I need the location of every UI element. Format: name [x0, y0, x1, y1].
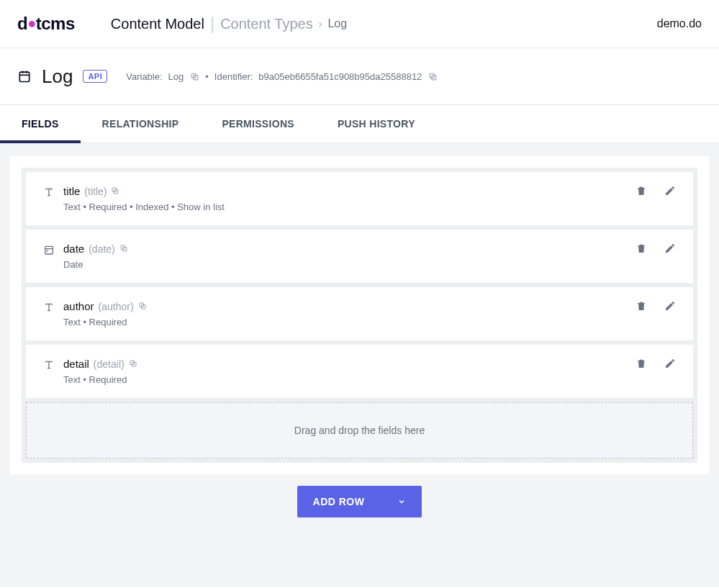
edit-field-icon[interactable] [664, 243, 677, 255]
copy-field-var-icon[interactable] [129, 359, 138, 368]
field-row[interactable]: date (date) Date [26, 230, 693, 283]
copy-identifier-icon[interactable] [428, 71, 438, 81]
content-type-icon [17, 69, 32, 83]
field-meta: Text • Required • Indexed • Show in list [63, 202, 636, 212]
text-field-icon [42, 186, 56, 198]
field-variable: (title) [84, 186, 107, 197]
sub-header: Log API Variable: Log • Identifier: b9a0… [0, 48, 719, 104]
identifier-value: b9a05eb6655fa51c908b95da25588812 [258, 71, 422, 82]
delete-field-icon[interactable] [636, 358, 648, 371]
logo-pre: d [17, 14, 27, 33]
logo[interactable]: d●tcms [17, 14, 75, 34]
fields-panel: title (title) Text • Required • Indexed … [10, 156, 709, 474]
breadcrumb-primary[interactable]: Content Model [111, 16, 204, 32]
drop-zone[interactable]: Drag and drop the fields here [26, 402, 693, 458]
field-name: title [63, 185, 80, 197]
chevron-right-icon: › [319, 18, 322, 30]
delete-field-icon[interactable] [636, 185, 648, 198]
edit-field-icon[interactable] [664, 185, 677, 198]
field-variable: (author) [99, 301, 134, 312]
field-row[interactable]: detail (detail) Text • Required [26, 345, 693, 398]
copy-variable-icon[interactable] [189, 71, 199, 81]
breadcrumb-secondary[interactable]: Content Types [220, 16, 313, 32]
add-row-bar: ADD ROW [10, 486, 709, 517]
variable-value: Log [168, 71, 184, 82]
breadcrumb-sep-icon: | [210, 14, 214, 34]
field-meta: Text • Required [63, 317, 636, 327]
breadcrumb-current: Log [327, 17, 347, 30]
fields-wrap: title (title) Text • Required • Indexed … [22, 168, 697, 463]
body-area: title (title) Text • Required • Indexed … [0, 143, 719, 587]
tab-fields[interactable]: FIELDS [0, 105, 81, 143]
field-name: detail [63, 358, 89, 370]
text-field-icon [42, 359, 56, 371]
dot-sep-icon: • [205, 71, 209, 82]
add-row-label: ADD ROW [313, 496, 365, 507]
copy-field-var-icon[interactable] [111, 186, 120, 196]
field-name: author [63, 300, 94, 312]
identifier-label: Identifier: [214, 71, 253, 82]
breadcrumb: Content Model | Content Types › Log [111, 14, 347, 34]
copy-field-var-icon[interactable] [138, 302, 148, 311]
tabs: FIELDS RELATIONSHIP PERMISSIONS PUSH HIS… [0, 104, 719, 143]
tab-permissions[interactable]: PERMISSIONS [200, 105, 316, 143]
top-header: d●tcms Content Model | Content Types › L… [0, 0, 719, 48]
field-meta: Text • Required [63, 374, 636, 385]
edit-field-icon[interactable] [664, 300, 677, 313]
text-field-icon [42, 302, 56, 313]
svg-rect-12 [47, 250, 48, 252]
chevron-down-icon [386, 497, 406, 506]
page-meta: Variable: Log • Identifier: b9a05eb6655f… [126, 71, 438, 82]
variable-label: Variable: [126, 71, 162, 82]
svg-rect-0 [19, 72, 29, 81]
date-field-icon [42, 244, 56, 255]
field-variable: (detail) [94, 358, 125, 370]
api-badge[interactable]: API [83, 70, 107, 83]
field-name: date [63, 243, 84, 255]
add-row-button[interactable]: ADD ROW [297, 486, 422, 517]
field-variable: (date) [89, 243, 115, 255]
logo-bold: cms [41, 14, 75, 33]
field-meta: Date [63, 259, 636, 270]
field-row[interactable]: author (author) Text • Required [26, 287, 693, 340]
logo-dot-icon: ● [27, 15, 36, 31]
svg-rect-10 [45, 246, 53, 254]
tab-push-history[interactable]: PUSH HISTORY [316, 105, 437, 143]
delete-field-icon[interactable] [636, 300, 648, 313]
tab-relationship[interactable]: RELATIONSHIP [81, 105, 201, 143]
page-title: Log [42, 65, 73, 88]
delete-field-icon[interactable] [636, 243, 648, 255]
field-row[interactable]: title (title) Text • Required • Indexed … [26, 172, 693, 225]
site-selector[interactable]: demo.do [657, 17, 702, 30]
edit-field-icon[interactable] [664, 358, 677, 371]
copy-field-var-icon[interactable] [119, 244, 129, 253]
